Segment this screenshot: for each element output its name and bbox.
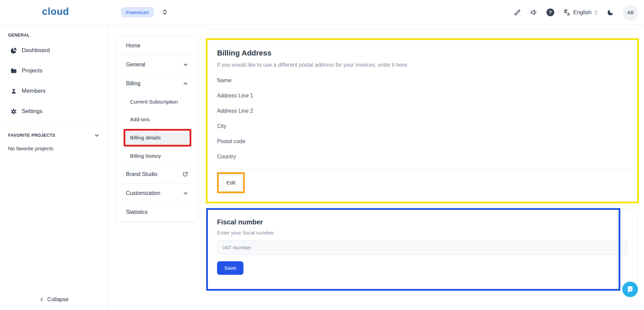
nav-item-label: Statistics [126,209,148,215]
nav-item-label: Add-ons [130,116,150,123]
field-label-city: City [217,118,628,134]
billing-address-card: Billing Address If you would like to use… [207,40,638,202]
favorites-empty-text: No favorite projects [8,146,108,152]
sidebar-section-general: GENERAL [8,33,108,38]
sidebar-item-label: Members [22,88,46,94]
nav-item-label: Billing details [130,135,160,141]
edit-button[interactable]: Edit [219,174,243,191]
nav-item-label: Home [126,43,141,49]
nav-item-label: General [126,62,145,68]
header-actions: ? A English AB [513,0,644,25]
sidebar: GENERAL Dashboard Projects Members Setti… [0,25,108,310]
translate-icon: A [563,8,571,17]
nav-item-customization[interactable]: Customization [116,184,198,203]
nav-item-label: Brand Studio [126,171,157,177]
pie-chart-icon [10,47,17,54]
sidebar-item-label: Projects [22,67,42,74]
sidebar-item-dashboard[interactable]: Dashboard [0,40,108,61]
field-label-postal-code: Postal code [217,134,628,149]
chevron-down-icon [94,133,100,138]
sidebar-divider [0,126,108,127]
billing-address-title: Billing Address [217,49,628,58]
nav-item-billing[interactable]: Billing [116,74,198,93]
sidebar-item-projects[interactable]: Projects [0,61,108,81]
app-logo[interactable]: cloud [42,6,69,17]
language-selector[interactable]: A English [563,8,598,17]
person-icon [10,88,17,95]
chat-widget-button[interactable] [622,282,638,297]
chevron-down-icon [183,191,188,196]
nav-item-general[interactable]: General [116,55,198,74]
vat-number-input[interactable] [217,241,628,255]
fiscal-number-card: Fiscal number Enter your fiscal number S… [207,209,638,288]
chevron-down-icon [183,62,188,67]
nav-item-statistics[interactable]: Statistics [116,203,198,222]
nav-item-brand-studio[interactable]: Brand Studio [116,165,198,184]
chevron-left-icon [39,297,44,302]
top-bar: cloud Freemium ? A English [0,0,644,25]
fiscal-number-subtitle: Enter your fiscal number [217,230,628,236]
moon-icon[interactable] [606,8,615,17]
chevron-up-icon [183,81,188,86]
help-icon[interactable]: ? [546,8,554,16]
annotation-box-orange: Edit [217,172,245,193]
pencil-icon[interactable] [513,8,521,17]
nav-item-home[interactable]: Home [116,36,198,55]
folder-icon [10,67,17,74]
billing-address-fields: Name Address Line 1 Address Line 2 City … [217,73,628,164]
field-label-name: Name [217,73,628,88]
save-button[interactable]: Save [217,261,243,275]
nav-item-label: Customization [126,190,160,196]
external-link-icon [183,171,188,177]
favorites-title: FAVORITE PROJECTS [8,133,55,138]
sidebar-item-members[interactable]: Members [0,81,108,101]
nav-item-label: Current Subscription [130,99,178,105]
collapse-button[interactable]: Collapse [0,296,108,303]
language-chevrons-icon [594,10,598,15]
svg-text:A: A [567,12,570,16]
gear-icon [10,108,17,115]
avatar[interactable]: AB [623,5,638,20]
nav-item-current-subscription[interactable]: Current Subscription [116,93,198,111]
card-divider [217,169,637,169]
field-label-address2: Address Line 2 [217,103,628,118]
annotation-box-red: Billing details [124,129,191,147]
sidebar-item-label: Dashboard [22,47,50,54]
field-label-address1: Address Line 1 [217,88,628,103]
nav-item-billing-details[interactable]: Billing details [124,129,191,147]
megaphone-icon[interactable] [530,8,538,17]
chat-bubble-icon [626,285,635,294]
nav-item-label: Billing [126,81,141,87]
field-label-country: Country [217,149,628,164]
nav-item-label: Billing history [130,153,161,159]
nav-item-add-ons[interactable]: Add-ons [116,111,198,128]
fiscal-number-title: Fiscal number [217,218,628,226]
nav-item-billing-history[interactable]: Billing history [116,147,198,165]
sidebar-item-label: Settings [22,108,42,115]
plan-switcher-icon[interactable] [161,8,169,16]
collapse-label: Collapse [47,296,68,303]
sidebar-item-settings[interactable]: Settings [0,101,108,121]
language-label: English [573,9,592,16]
settings-nav: Home General Billing Current Subscriptio… [115,36,199,222]
plan-badge: Freemium [121,7,154,17]
billing-address-description: If you would like to use a different pos… [217,62,628,68]
favorites-header[interactable]: FAVORITE PROJECTS [8,133,100,138]
